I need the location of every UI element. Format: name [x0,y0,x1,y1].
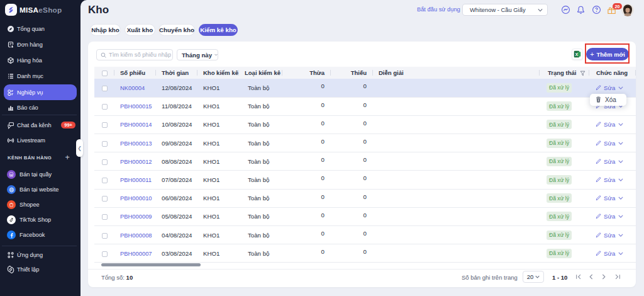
svg-text:X: X [575,52,579,57]
